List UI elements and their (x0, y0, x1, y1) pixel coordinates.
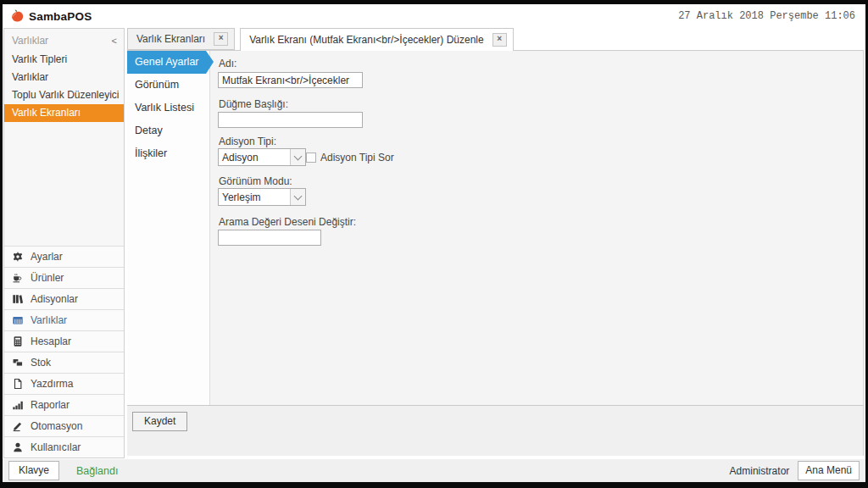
sidebar-header: Varlıklar < (4, 29, 124, 51)
gear-icon (10, 251, 25, 263)
status-bar: Klavye Bağlandı Administrator Ana Menü (3, 459, 865, 482)
calculator-icon (10, 336, 25, 347)
button-header-label: Düğme Başlığı: (219, 98, 288, 110)
editor-nav: Genel Ayarlar Görünüm Varlık Listesi Det… (127, 51, 210, 405)
pencil-icon (10, 420, 25, 432)
connection-status: Bağlandı (76, 465, 118, 477)
tab-label: Varlık Ekranı (Mutfak Ekranı<br/>İçecekl… (249, 34, 484, 46)
module-label: Stok (31, 357, 51, 369)
save-bar: Kaydet (127, 405, 864, 456)
module-otomasyon[interactable]: Otomasyon (4, 415, 124, 436)
datetime: 27 Aralık 2018 Perşembe 11:06 (678, 10, 855, 22)
module-label: Ürünler (31, 272, 64, 284)
module-adisyonlar[interactable]: Adisyonlar (4, 288, 124, 309)
sidebar-modules: Ayarlar Ürünler Adisyonlar Varlıklar (4, 246, 124, 458)
nav-genel-ayarlar[interactable]: Genel Ayarlar (127, 51, 206, 74)
module-hesaplar[interactable]: Hesaplar (4, 330, 124, 352)
sidebar-item-toplu-varlik-duzenleyici[interactable]: Toplu Varlık Düzenleyici (4, 86, 124, 104)
editor-panel: Genel Ayarlar Görünüm Varlık Listesi Det… (127, 50, 864, 405)
save-button[interactable]: Kaydet (132, 412, 187, 431)
user-icon (10, 441, 25, 453)
brand: SambaPOS (9, 8, 92, 25)
page-icon (10, 378, 25, 390)
app-surface: SambaPOS 27 Aralık 2018 Perşembe 11:06 V… (3, 4, 865, 482)
sidebar-items: Varlık Tipleri Varlıklar Toplu Varlık Dü… (4, 51, 124, 122)
module-raporlar[interactable]: Raporlar (4, 394, 124, 415)
button-header-input[interactable] (218, 112, 363, 128)
app-window: SambaPOS 27 Aralık 2018 Perşembe 11:06 V… (0, 0, 868, 488)
bar-chart-icon (10, 399, 25, 411)
nav-gorunum[interactable]: Görünüm (127, 74, 209, 97)
ask-ticket-type-checkbox[interactable] (306, 152, 316, 163)
module-varliklar[interactable]: Varlıklar (4, 309, 124, 330)
module-label: Otomasyon (31, 420, 82, 432)
close-icon[interactable]: × (492, 33, 507, 47)
sidebar-item-varliklar[interactable]: Varlıklar (4, 69, 124, 86)
module-label: Raporlar (31, 399, 70, 411)
ticket-type-value: Adisyon (219, 149, 290, 165)
chevron-down-icon[interactable] (290, 189, 305, 205)
display-mode-label: Görünüm Modu: (219, 175, 292, 187)
display-mode-select[interactable]: Yerleşim (218, 188, 306, 206)
tab-bar: Varlık Ekranları × Varlık Ekranı (Mutfak… (127, 28, 864, 51)
module-label: Yazdırma (31, 378, 73, 390)
chevron-down-icon[interactable] (290, 149, 305, 165)
search-pattern-input[interactable] (218, 230, 321, 246)
module-label: Varlıklar (31, 314, 67, 326)
keyboard-button[interactable]: Klavye (8, 461, 59, 480)
module-label: Adisyonlar (31, 293, 78, 305)
search-pattern-label: Arama Değeri Deseni Değiştir: (219, 216, 356, 228)
name-input[interactable] (218, 72, 363, 88)
boxes-icon (10, 357, 25, 369)
logged-in-user: Administrator (730, 465, 790, 477)
cup-icon (10, 272, 25, 284)
nav-detay[interactable]: Detay (127, 119, 209, 142)
ticket-type-select[interactable]: Adisyon (218, 148, 306, 166)
books-icon (10, 293, 25, 305)
module-label: Ayarlar (31, 251, 63, 263)
tab-varlik-ekrani-duzenle[interactable]: Varlık Ekranı (Mutfak Ekranı<br/>İçecekl… (240, 28, 514, 51)
tab-varlik-ekranlari[interactable]: Varlık Ekranları × (127, 28, 235, 50)
sidebar: Varlıklar < Varlık Tipleri Varlıklar Top… (3, 28, 125, 458)
ask-ticket-type-label: Adisyon Tipi Sor (320, 152, 394, 164)
sidebar-item-varlik-tipleri[interactable]: Varlık Tipleri (4, 51, 124, 69)
name-label: Adı: (219, 58, 236, 69)
sidebar-item-varlik-ekranlari[interactable]: Varlık Ekranları (4, 104, 124, 122)
nav-varlik-listesi[interactable]: Varlık Listesi (127, 97, 209, 119)
display-mode-value: Yerleşim (219, 189, 290, 205)
titlebar: SambaPOS 27 Aralık 2018 Perşembe 11:06 (3, 4, 865, 28)
sidebar-title: Varlıklar (12, 30, 48, 51)
settings-form: Adı: Düğme Başlığı: Adisyon Tipi: Adisyo… (210, 51, 863, 405)
close-icon[interactable]: × (214, 32, 228, 46)
tab-label: Varlık Ekranları (136, 33, 205, 45)
module-stok[interactable]: Stok (4, 352, 124, 373)
main-area: Varlık Ekranları × Varlık Ekranı (Mutfak… (127, 28, 864, 456)
main-menu-button[interactable]: Ana Menü (798, 461, 860, 480)
nav-iliskiler[interactable]: İlişkiler (127, 142, 209, 165)
ticket-type-label: Adisyon Tipi: (219, 136, 276, 147)
module-ayarlar[interactable]: Ayarlar (4, 246, 124, 267)
ask-ticket-type-row: Adisyon Tipi Sor (306, 152, 394, 164)
sambapos-logo-icon (9, 8, 25, 25)
collapse-icon[interactable]: < (112, 30, 117, 51)
module-label: Hesaplar (31, 336, 71, 347)
module-urunler[interactable]: Ürünler (4, 267, 124, 288)
app-title: SambaPOS (29, 10, 92, 23)
table-icon (10, 314, 25, 326)
module-yazdirma[interactable]: Yazdırma (4, 373, 124, 394)
module-kullanicilar[interactable]: Kullanıcılar (4, 436, 124, 458)
module-label: Kullanıcılar (31, 441, 81, 453)
